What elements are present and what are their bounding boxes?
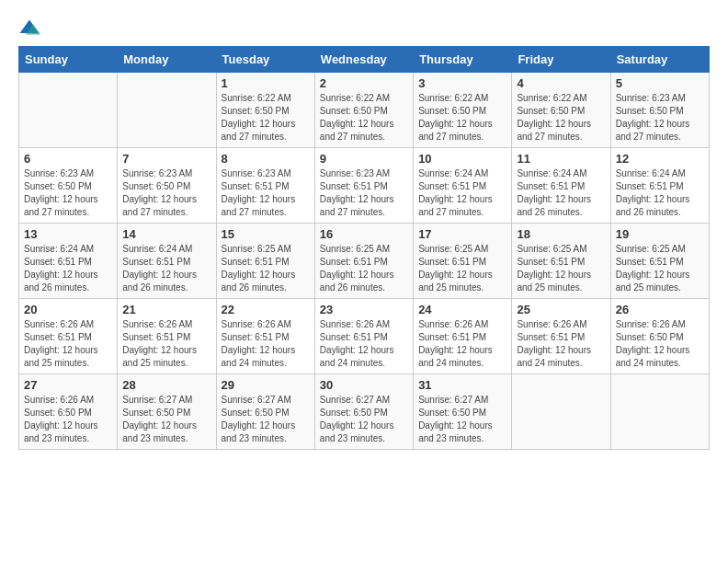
calendar-cell xyxy=(19,73,118,148)
day-number: 24 xyxy=(418,303,506,316)
day-number: 2 xyxy=(320,76,408,90)
day-info: Sunrise: 6:23 AM Sunset: 6:50 PM Dayligh… xyxy=(24,167,112,219)
calendar-cell: 7Sunrise: 6:23 AM Sunset: 6:50 PM Daylig… xyxy=(118,148,216,224)
day-info: Sunrise: 6:27 AM Sunset: 6:50 PM Dayligh… xyxy=(222,394,310,445)
header-day-thursday: Thursday xyxy=(414,47,512,73)
calendar-cell: 4Sunrise: 6:22 AM Sunset: 6:50 PM Daylig… xyxy=(512,73,610,148)
calendar-cell: 1Sunrise: 6:22 AM Sunset: 6:50 PM Daylig… xyxy=(216,73,314,148)
calendar-cell xyxy=(610,374,709,450)
logo xyxy=(18,18,44,37)
day-info: Sunrise: 6:23 AM Sunset: 6:50 PM Dayligh… xyxy=(616,92,704,144)
day-info: Sunrise: 6:25 AM Sunset: 6:51 PM Dayligh… xyxy=(418,243,506,294)
day-info: Sunrise: 6:24 AM Sunset: 6:51 PM Dayligh… xyxy=(122,243,210,294)
day-number: 23 xyxy=(320,303,408,316)
header-day-saturday: Saturday xyxy=(610,47,709,73)
day-info: Sunrise: 6:24 AM Sunset: 6:51 PM Dayligh… xyxy=(24,243,112,294)
day-info: Sunrise: 6:27 AM Sunset: 6:50 PM Dayligh… xyxy=(122,394,210,445)
calendar-cell: 29Sunrise: 6:27 AM Sunset: 6:50 PM Dayli… xyxy=(216,374,314,450)
calendar-cell: 19Sunrise: 6:25 AM Sunset: 6:51 PM Dayli… xyxy=(610,224,709,299)
day-info: Sunrise: 6:26 AM Sunset: 6:51 PM Dayligh… xyxy=(222,318,310,370)
day-number: 4 xyxy=(517,76,605,90)
calendar-cell: 9Sunrise: 6:23 AM Sunset: 6:51 PM Daylig… xyxy=(314,148,413,224)
day-number: 3 xyxy=(418,76,506,90)
header-day-tuesday: Tuesday xyxy=(216,47,314,73)
day-number: 20 xyxy=(24,303,112,316)
header-day-monday: Monday xyxy=(118,47,216,73)
day-number: 5 xyxy=(616,76,704,90)
day-info: Sunrise: 6:26 AM Sunset: 6:51 PM Dayligh… xyxy=(320,318,408,370)
day-number: 1 xyxy=(222,76,310,90)
day-info: Sunrise: 6:25 AM Sunset: 6:51 PM Dayligh… xyxy=(222,243,310,294)
day-info: Sunrise: 6:22 AM Sunset: 6:50 PM Dayligh… xyxy=(418,92,506,144)
day-info: Sunrise: 6:25 AM Sunset: 6:51 PM Dayligh… xyxy=(517,243,605,294)
calendar-week-3: 13Sunrise: 6:24 AM Sunset: 6:51 PM Dayli… xyxy=(19,224,710,299)
day-number: 25 xyxy=(517,303,605,316)
day-number: 12 xyxy=(616,152,704,166)
day-number: 29 xyxy=(222,378,310,392)
day-info: Sunrise: 6:26 AM Sunset: 6:51 PM Dayligh… xyxy=(122,318,210,370)
day-number: 31 xyxy=(418,378,506,392)
day-number: 14 xyxy=(122,227,210,241)
day-info: Sunrise: 6:27 AM Sunset: 6:50 PM Dayligh… xyxy=(320,394,408,445)
calendar-cell: 22Sunrise: 6:26 AM Sunset: 6:51 PM Dayli… xyxy=(216,299,314,374)
day-info: Sunrise: 6:22 AM Sunset: 6:50 PM Dayligh… xyxy=(222,92,310,144)
day-number: 6 xyxy=(24,152,112,166)
calendar-cell xyxy=(512,374,610,450)
day-info: Sunrise: 6:22 AM Sunset: 6:50 PM Dayligh… xyxy=(517,92,605,144)
day-info: Sunrise: 6:27 AM Sunset: 6:50 PM Dayligh… xyxy=(418,394,506,445)
day-info: Sunrise: 6:26 AM Sunset: 6:50 PM Dayligh… xyxy=(616,318,704,370)
day-number: 9 xyxy=(320,152,408,166)
day-info: Sunrise: 6:26 AM Sunset: 6:50 PM Dayligh… xyxy=(24,394,112,445)
day-number: 17 xyxy=(418,227,506,241)
day-number: 7 xyxy=(122,152,210,166)
calendar-cell: 21Sunrise: 6:26 AM Sunset: 6:51 PM Dayli… xyxy=(118,299,216,374)
day-number: 18 xyxy=(517,227,605,241)
calendar-cell: 2Sunrise: 6:22 AM Sunset: 6:50 PM Daylig… xyxy=(314,73,413,148)
day-number: 30 xyxy=(320,378,408,392)
calendar-cell: 17Sunrise: 6:25 AM Sunset: 6:51 PM Dayli… xyxy=(414,224,512,299)
day-number: 11 xyxy=(517,152,605,166)
day-number: 13 xyxy=(24,227,112,241)
calendar-cell: 20Sunrise: 6:26 AM Sunset: 6:51 PM Dayli… xyxy=(19,299,118,374)
calendar-cell: 16Sunrise: 6:25 AM Sunset: 6:51 PM Dayli… xyxy=(314,224,413,299)
calendar-week-2: 6Sunrise: 6:23 AM Sunset: 6:50 PM Daylig… xyxy=(19,148,710,224)
day-number: 22 xyxy=(222,303,310,316)
calendar-cell: 26Sunrise: 6:26 AM Sunset: 6:50 PM Dayli… xyxy=(610,299,709,374)
calendar-cell: 31Sunrise: 6:27 AM Sunset: 6:50 PM Dayli… xyxy=(414,374,512,450)
header-day-sunday: Sunday xyxy=(19,47,118,73)
calendar-cell: 6Sunrise: 6:23 AM Sunset: 6:50 PM Daylig… xyxy=(19,148,118,224)
calendar-cell: 11Sunrise: 6:24 AM Sunset: 6:51 PM Dayli… xyxy=(512,148,610,224)
day-number: 19 xyxy=(616,227,704,241)
day-info: Sunrise: 6:25 AM Sunset: 6:51 PM Dayligh… xyxy=(616,243,704,294)
calendar-cell: 24Sunrise: 6:26 AM Sunset: 6:51 PM Dayli… xyxy=(414,299,512,374)
calendar-cell: 12Sunrise: 6:24 AM Sunset: 6:51 PM Dayli… xyxy=(610,148,709,224)
day-info: Sunrise: 6:26 AM Sunset: 6:51 PM Dayligh… xyxy=(24,318,112,370)
day-number: 26 xyxy=(616,303,704,316)
calendar-cell: 10Sunrise: 6:24 AM Sunset: 6:51 PM Dayli… xyxy=(414,148,512,224)
day-info: Sunrise: 6:24 AM Sunset: 6:51 PM Dayligh… xyxy=(517,167,605,219)
header-day-friday: Friday xyxy=(512,47,610,73)
day-number: 27 xyxy=(24,378,112,392)
calendar-table: SundayMondayTuesdayWednesdayThursdayFrid… xyxy=(18,46,710,450)
calendar-cell: 3Sunrise: 6:22 AM Sunset: 6:50 PM Daylig… xyxy=(414,73,512,148)
day-number: 15 xyxy=(222,227,310,241)
day-number: 10 xyxy=(418,152,506,166)
calendar-cell: 13Sunrise: 6:24 AM Sunset: 6:51 PM Dayli… xyxy=(19,224,118,299)
day-info: Sunrise: 6:23 AM Sunset: 6:50 PM Dayligh… xyxy=(122,167,210,219)
day-info: Sunrise: 6:23 AM Sunset: 6:51 PM Dayligh… xyxy=(320,167,408,219)
day-info: Sunrise: 6:24 AM Sunset: 6:51 PM Dayligh… xyxy=(616,167,704,219)
day-info: Sunrise: 6:25 AM Sunset: 6:51 PM Dayligh… xyxy=(320,243,408,294)
day-number: 8 xyxy=(222,152,310,166)
header-day-wednesday: Wednesday xyxy=(314,47,413,73)
calendar-cell: 18Sunrise: 6:25 AM Sunset: 6:51 PM Dayli… xyxy=(512,224,610,299)
calendar-header-row: SundayMondayTuesdayWednesdayThursdayFrid… xyxy=(19,47,710,73)
calendar-cell: 25Sunrise: 6:26 AM Sunset: 6:51 PM Dayli… xyxy=(512,299,610,374)
day-info: Sunrise: 6:26 AM Sunset: 6:51 PM Dayligh… xyxy=(418,318,506,370)
calendar-week-1: 1Sunrise: 6:22 AM Sunset: 6:50 PM Daylig… xyxy=(19,73,710,148)
calendar-week-5: 27Sunrise: 6:26 AM Sunset: 6:50 PM Dayli… xyxy=(19,374,710,450)
calendar-cell: 28Sunrise: 6:27 AM Sunset: 6:50 PM Dayli… xyxy=(118,374,216,450)
day-number: 28 xyxy=(122,378,210,392)
calendar-cell: 5Sunrise: 6:23 AM Sunset: 6:50 PM Daylig… xyxy=(610,73,709,148)
calendar-cell: 23Sunrise: 6:26 AM Sunset: 6:51 PM Dayli… xyxy=(314,299,413,374)
day-info: Sunrise: 6:24 AM Sunset: 6:51 PM Dayligh… xyxy=(418,167,506,219)
